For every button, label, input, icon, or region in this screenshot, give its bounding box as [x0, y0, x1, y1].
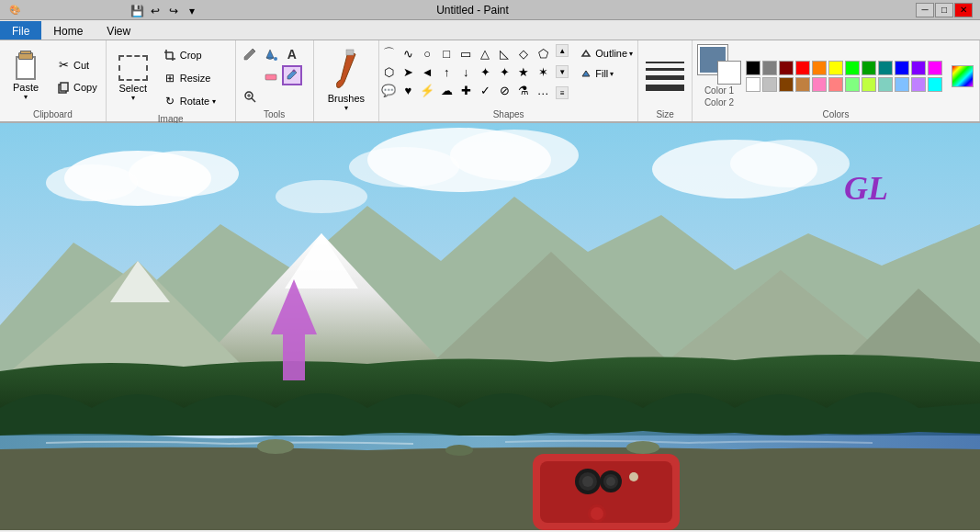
shape-hexagon[interactable]: ⬡ — [379, 62, 398, 81]
swatch-lblue[interactable] — [895, 77, 909, 92]
swatch-blue[interactable] — [895, 61, 909, 75]
swatch-magenta[interactable] — [928, 61, 942, 75]
edit-colors-btn[interactable] — [952, 65, 974, 87]
canvas-area[interactable]: GL — [0, 123, 980, 530]
swatch-dgray[interactable] — [762, 61, 777, 75]
text-tool[interactable]: A — [282, 44, 302, 64]
color-stack — [698, 45, 740, 84]
size-line-2[interactable] — [646, 68, 684, 71]
shapes-options: Outline ▾ Fill ▾ — [576, 44, 637, 83]
brushes-label: Brushes — [328, 93, 365, 104]
shape-more[interactable]: … — [534, 81, 552, 99]
pencil-tool[interactable] — [240, 44, 260, 64]
swatch-yellow[interactable] — [828, 61, 843, 75]
outline-button[interactable]: Outline ▾ — [576, 44, 637, 62]
svg-point-6 — [274, 57, 277, 61]
shapes-content: ⌒ ∿ ○ □ ▭ △ ◺ ◇ ⬠ ⬡ ➤ ◄ ↑ ↓ ✦ ✦ — [379, 44, 637, 99]
paste-dropdown-arrow[interactable]: ▾ — [24, 93, 28, 101]
shape-rect[interactable]: □ — [437, 44, 456, 62]
rotate-dropdown[interactable]: ▾ — [212, 97, 216, 106]
shape-cross[interactable]: ✚ — [456, 81, 475, 99]
swatch-lime[interactable] — [862, 77, 876, 92]
more-quick-btn[interactable]: ▾ — [184, 3, 200, 19]
shapes-scroll-down[interactable]: ▼ — [556, 65, 569, 78]
swatch-black[interactable] — [746, 61, 760, 75]
shapes-scroll-up[interactable]: ▲ — [556, 44, 569, 57]
shape-diamond[interactable]: ◇ — [514, 44, 533, 62]
shape-roundrect[interactable]: ▭ — [456, 44, 475, 62]
shape-arrow-d[interactable]: ↓ — [456, 62, 475, 81]
shape-star5[interactable]: ★ — [514, 62, 533, 81]
color-picker-tool[interactable] — [282, 65, 302, 85]
swatch-red[interactable] — [795, 61, 810, 75]
swatch-purple[interactable] — [911, 61, 926, 75]
eraser-tool[interactable] — [261, 65, 281, 85]
brushes-dropdown[interactable]: ▾ — [344, 104, 348, 112]
shape-arrow-r[interactable]: ➤ — [399, 62, 417, 81]
save-quick-btn[interactable]: 💾 — [129, 3, 145, 19]
shape-footprint[interactable]: ⚗ — [514, 81, 533, 99]
shape-checkmark[interactable]: ✓ — [476, 81, 494, 99]
tab-home[interactable]: Home — [41, 21, 95, 40]
shape-oval[interactable]: ○ — [418, 44, 436, 62]
undo-quick-btn[interactable]: ↩ — [147, 3, 163, 19]
swatch-brown[interactable] — [779, 77, 794, 92]
shape-lightning[interactable]: ⚡ — [418, 81, 436, 99]
swatch-lavender[interactable] — [911, 77, 926, 92]
shape-cloud[interactable]: ☁ — [437, 81, 456, 99]
shape-arrow-u[interactable]: ↑ — [437, 62, 456, 81]
zoom-tool[interactable] — [240, 86, 260, 107]
fill-dropdown[interactable]: ▾ — [610, 70, 614, 78]
shape-pentagon[interactable]: ⬠ — [534, 44, 552, 62]
swatch-dgreen[interactable] — [862, 61, 876, 75]
color2-swatch[interactable] — [718, 62, 740, 84]
tab-view[interactable]: View — [95, 21, 142, 40]
color1-label: Color 1 — [704, 85, 734, 96]
shape-triangle[interactable]: △ — [476, 44, 494, 62]
shape-wave[interactable]: ∿ — [399, 44, 417, 62]
swatch-pink[interactable] — [812, 77, 827, 92]
crop-button[interactable]: Crop — [158, 44, 231, 66]
swatch-teal[interactable] — [878, 61, 893, 75]
redo-quick-btn[interactable]: ↪ — [165, 3, 182, 19]
rotate-button[interactable]: ↻ Rotate ▾ — [158, 90, 231, 112]
resize-button[interactable]: ⊞ Resize — [158, 67, 231, 89]
fill-button[interactable]: Fill ▾ — [576, 64, 637, 83]
copy-button[interactable]: Copy — [51, 77, 102, 97]
select-dropdown[interactable]: ▾ — [131, 94, 135, 102]
shape-heart[interactable]: ♥ — [399, 81, 417, 99]
paste-button[interactable]: Paste ▾ — [4, 44, 48, 108]
select-button[interactable]: Select ▾ — [110, 52, 156, 105]
tab-file[interactable]: File — [0, 21, 41, 40]
shape-star6[interactable]: ✶ — [534, 62, 552, 81]
shape-4arrow[interactable]: ✦ — [476, 62, 494, 81]
swatch-lgreen[interactable] — [845, 77, 860, 92]
swatch-green[interactable] — [845, 61, 860, 75]
swatch-white[interactable] — [746, 77, 760, 92]
minimize-btn[interactable]: ─ — [916, 3, 934, 17]
fill-tool[interactable] — [261, 44, 281, 64]
size-line-3[interactable] — [646, 75, 684, 80]
swatch-salmon[interactable] — [828, 77, 843, 92]
outline-dropdown[interactable]: ▾ — [629, 50, 633, 58]
swatch-lteal[interactable] — [878, 77, 893, 92]
swatch-orange[interactable] — [812, 61, 827, 75]
shape-star4[interactable]: ✦ — [495, 62, 513, 81]
size-line-4[interactable] — [646, 85, 684, 91]
shape-callout[interactable]: 💬 — [379, 81, 398, 99]
swatch-lgray[interactable] — [762, 77, 777, 92]
size-line-1[interactable] — [646, 62, 684, 63]
brushes-button[interactable]: Brushes ▾ — [320, 44, 373, 115]
swatch-darkred[interactable] — [779, 61, 794, 75]
shape-rtriangle[interactable]: ◺ — [495, 44, 513, 62]
close-btn[interactable]: ✕ — [954, 3, 973, 17]
cut-button[interactable]: ✂ Cut — [51, 55, 102, 75]
shape-arrow-l[interactable]: ◄ — [418, 62, 436, 81]
swatch-tan[interactable] — [795, 77, 810, 92]
svg-rect-13 — [346, 50, 354, 55]
swatch-cyan[interactable] — [928, 77, 942, 92]
shapes-scroll-more[interactable]: ≡ — [556, 86, 569, 99]
shape-no[interactable]: ⊘ — [495, 81, 513, 99]
shape-curve[interactable]: ⌒ — [379, 44, 398, 62]
maximize-btn[interactable]: □ — [935, 3, 953, 17]
